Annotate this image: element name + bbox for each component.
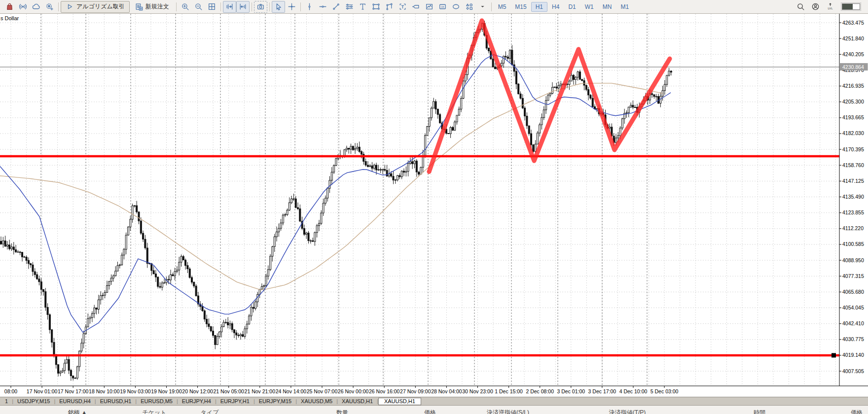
chart-tab-XAUUSD-M5[interactable]: XAUUSD,M5 <box>297 398 336 405</box>
time-tick-label: 19 Nov 03:00 <box>120 388 151 394</box>
shift-start-icon[interactable] <box>236 1 250 13</box>
price-tick-label: 4065.680 <box>842 289 864 295</box>
horizontal-line-icon[interactable] <box>316 1 329 13</box>
indicator-icon[interactable] <box>423 1 436 13</box>
timeframe-MN[interactable]: MN <box>598 2 616 12</box>
autoscroll-camera-icon[interactable] <box>254 1 267 13</box>
vertical-line-icon[interactable] <box>303 1 316 13</box>
cloud-icon[interactable] <box>30 1 43 13</box>
toolbox-column-header[interactable]: チケット <box>142 409 166 414</box>
toolbox-column-header[interactable]: 銘柄 ▲ <box>68 409 87 414</box>
connection-indicator[interactable] <box>841 2 861 11</box>
time-tick-label: 18 Nov 10:00 <box>89 388 120 394</box>
trendline-icon[interactable] <box>329 1 343 13</box>
chart-tab-EURJPY-H1[interactable]: EURJPY,H1 <box>217 398 253 405</box>
timeframe-W1[interactable]: W1 <box>580 2 598 12</box>
ok-dialog-icon[interactable]: OK <box>436 1 449 13</box>
timeframe-M1[interactable]: M1 <box>616 2 633 12</box>
timeframe-D1[interactable]: D1 <box>564 2 580 12</box>
price-tick-label: 4123.855 <box>842 209 864 215</box>
price-tick-label: 4054.045 <box>842 305 864 310</box>
chart-tab-EURUSD-H1[interactable]: EURUSD,H1 <box>96 398 136 405</box>
toolbox-column-header[interactable]: タイプ <box>201 409 219 414</box>
account-icon[interactable] <box>811 2 820 11</box>
toolbar-right: LVL <box>796 2 865 11</box>
time-tick-label: 08:00 <box>4 388 17 394</box>
text-icon[interactable] <box>356 1 369 13</box>
time-axis[interactable]: 08:0017 Nov 01:0017 Nov 17:0018 Nov 10:0… <box>4 386 679 394</box>
price-tick-label: 4007.505 <box>842 368 864 374</box>
levels-icon[interactable]: LVL <box>826 2 834 11</box>
signals-icon[interactable] <box>16 1 30 13</box>
shapes-icon[interactable] <box>463 1 476 13</box>
time-tick-label: 26 Nov 16:00 <box>369 388 400 394</box>
search-icon[interactable] <box>796 2 805 11</box>
price-label-icon[interactable] <box>409 1 423 13</box>
chart-tab-EURJPY-M15[interactable]: EURJPY,M15 <box>255 398 295 405</box>
zoom-out-icon[interactable] <box>192 1 205 13</box>
timeframe-H4[interactable]: H4 <box>547 2 564 12</box>
chart-tab-XAUUSD-H1[interactable]: XAUUSD,H1 <box>378 398 421 405</box>
time-tick-label: 28 Nov 04:00 <box>431 388 462 394</box>
time-tick-label: 17 Nov 17:00 <box>58 388 89 394</box>
rectangle-icon[interactable] <box>369 1 383 13</box>
tile-windows-icon[interactable] <box>205 1 218 13</box>
channel-icon[interactable] <box>383 1 396 13</box>
toolbar-separator <box>300 2 301 11</box>
price-tick-label: 4251.840 <box>842 35 864 41</box>
price-tick-label: 4170.395 <box>842 146 864 152</box>
price-tick-label: 4193.665 <box>842 114 864 120</box>
shift-end-icon[interactable] <box>223 1 236 13</box>
toolbar-separator <box>220 2 221 11</box>
toolbox-header-strip: 銘柄 ▲チケットタイプ数量価格決済逆指値(S/L)決済指値(T/P)時間価格 <box>0 405 868 414</box>
toolbox-column-header[interactable]: 時間 <box>754 409 765 414</box>
price-chart[interactable]: 4263.4754251.8404240.2054228.5704216.935… <box>0 14 868 397</box>
ma-slow-line <box>0 83 663 290</box>
price-tick-label: 4077.315 <box>842 273 864 279</box>
zoom-in-icon[interactable] <box>179 1 192 13</box>
price-tick-label: 4263.475 <box>842 20 864 26</box>
price-tick-label: 4030.775 <box>842 336 864 342</box>
timeframe-H1[interactable]: H1 <box>531 2 547 12</box>
svg-text:LVL: LVL <box>828 7 833 10</box>
chart-tab-EURUSD-M5[interactable]: EURUSD,M5 <box>137 398 177 405</box>
equidistant-channel-icon[interactable] <box>343 1 356 13</box>
price-axis[interactable]: 4263.4754251.8404240.2054228.5704216.935… <box>839 20 868 374</box>
zigzag-drawing[interactable] <box>429 21 670 172</box>
chart-tab-1[interactable]: 1 <box>1 398 12 405</box>
toolbar-separator <box>269 2 270 11</box>
time-tick-label: 1 Dec 15:00 <box>495 388 523 394</box>
toolbar-separator <box>252 2 252 11</box>
chart-tab-USDJPY-M15[interactable]: USDJPY,M15 <box>13 398 54 405</box>
toolbox-column-header[interactable]: 数量 <box>336 409 348 414</box>
market-icon[interactable] <box>3 1 16 13</box>
day-separators <box>41 14 647 386</box>
toolbox-column-header[interactable]: 決済逆指値(S/L) <box>487 409 529 414</box>
time-tick-label: 19 Nov 19:00 <box>151 388 182 394</box>
time-tick-label: 27 Nov 09:00 <box>400 388 431 394</box>
toolbox-column-header[interactable]: 価格 <box>851 409 863 414</box>
algo-trading-button[interactable]: アルゴリズム取引 <box>61 1 130 13</box>
toolbox-column-header[interactable]: 価格 <box>424 409 436 414</box>
chart-tab-EURJPY-H4[interactable]: EURJPY,H4 <box>178 398 215 405</box>
timeframe-M15[interactable]: M15 <box>510 2 531 12</box>
chart-area[interactable]: 4263.4754251.8404240.2054228.5704216.935… <box>0 14 868 397</box>
toolbox-column-header[interactable]: 決済指値(T/P) <box>609 409 646 414</box>
time-tick-label: 25 Nov 07:00 <box>307 388 338 394</box>
caret-down-icon[interactable] <box>476 1 489 13</box>
toolbar-left: アルゴリズム取引新規注文OKM5M15H1H4D1W1MNM1 <box>3 1 633 13</box>
crosshair-icon[interactable] <box>285 1 298 13</box>
chart-tab-XAUUSD-H1[interactable]: XAUUSD,H1 <box>338 398 377 405</box>
cursor-icon[interactable] <box>272 1 285 13</box>
chart-tab-EURUSD-H4[interactable]: EURUSD,H4 <box>55 398 95 405</box>
time-tick-label: 17 Nov 01:00 <box>27 388 58 394</box>
horizontal-line-object[interactable] <box>0 353 839 357</box>
community-icon[interactable] <box>43 1 56 13</box>
time-tick-label: 3 Dec 01:00 <box>557 388 585 394</box>
new-order-icon <box>135 2 143 11</box>
text-label-icon[interactable] <box>396 1 409 13</box>
time-tick-label: 24 Nov 14:00 <box>276 388 307 394</box>
timeframe-M5[interactable]: M5 <box>494 2 511 12</box>
new-order-button[interactable]: 新規注文 <box>130 1 174 13</box>
ellipse-icon[interactable] <box>449 1 463 13</box>
